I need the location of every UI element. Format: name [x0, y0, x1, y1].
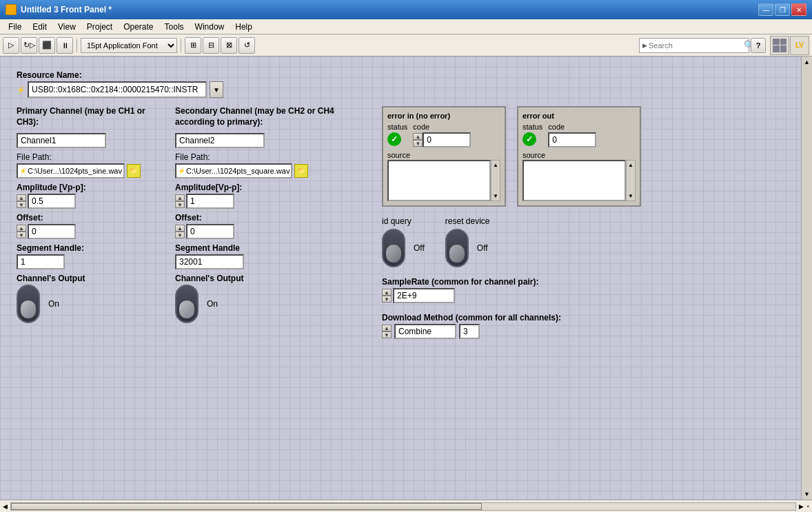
secondary-offset-up[interactable]: ▲: [175, 225, 185, 232]
id-query-toggle[interactable]: [382, 229, 405, 267]
grid-panel[interactable]: Resource Name: ⚡ USB0::0x168C::0x2184::0…: [0, 57, 801, 500]
error-in-scroll-up[interactable]: ▲: [491, 161, 500, 170]
id-query-knob: [385, 244, 402, 263]
scroll-thumb[interactable]: [11, 503, 482, 510]
error-out-scroll: ▲ ▼: [626, 160, 636, 201]
search-arrow-icon: ▶: [642, 42, 647, 49]
error-in-code-value[interactable]: 0: [423, 132, 471, 147]
sample-rate-arrows: ▲ ▼: [382, 289, 392, 303]
error-out-status-led: ✓: [522, 132, 536, 146]
labview-icon[interactable]: LV: [790, 36, 809, 55]
font-selector[interactable]: 15pt Application Font: [81, 38, 177, 53]
primary-output-toggle[interactable]: [17, 285, 40, 323]
error-in-code-up[interactable]: ▲: [413, 133, 423, 140]
primary-channel-label: Primary Channel (may be CH1 or CH3):: [17, 106, 148, 127]
resource-dropdown[interactable]: ▼: [210, 81, 223, 98]
secondary-segment-value[interactable]: 32001: [175, 254, 244, 269]
primary-amplitude-ctrl: ▲ ▼ 0.5: [17, 194, 154, 209]
pause-button[interactable]: ⏸: [57, 37, 73, 54]
secondary-amplitude-section: Amplitude[Vp-p]: ▲ ▼ 1: [175, 183, 347, 209]
menu-view[interactable]: View: [52, 21, 81, 33]
secondary-output-row: On: [175, 285, 347, 323]
primary-amplitude-value[interactable]: 0.5: [28, 194, 76, 209]
primary-file-path-input[interactable]: ⚡ C:\User...\1024pts_sine.wav: [17, 163, 125, 178]
resource-row: ⚡ USB0::0x168C::0x2184::0000215470::INST…: [17, 81, 784, 98]
secondary-file-path-input[interactable]: ⚡ C:\User...\1024pts_square.wav: [175, 163, 292, 178]
primary-amplitude-down[interactable]: ▼: [17, 201, 26, 208]
bottom-scroll-area: ◀ ▶: [3, 502, 804, 511]
download-method-value[interactable]: Combine: [394, 324, 456, 339]
primary-channel-input[interactable]: Channel1: [17, 133, 106, 148]
primary-amplitude-up[interactable]: ▲: [17, 194, 26, 201]
secondary-output-value: On: [203, 299, 218, 309]
sample-rate-up[interactable]: ▲: [382, 289, 392, 296]
search-input[interactable]: [649, 41, 744, 50]
primary-offset-down[interactable]: ▼: [17, 232, 26, 238]
secondary-output-toggle[interactable]: [175, 285, 199, 323]
secondary-amplitude-up[interactable]: ▲: [175, 194, 185, 201]
align-button[interactable]: ⊞: [185, 37, 201, 54]
abort-button[interactable]: ⬛: [39, 37, 55, 54]
download-method-down[interactable]: ▼: [382, 331, 392, 338]
panel-grid-button[interactable]: [770, 36, 789, 55]
error-out-code-value: 0: [548, 132, 596, 147]
search-box: ▶ 🔍: [639, 38, 749, 53]
secondary-output-knob: [179, 300, 195, 319]
scroll-right-arrow[interactable]: ▶: [799, 503, 804, 510]
primary-offset-up[interactable]: ▲: [17, 225, 26, 232]
scroll-up-arrow[interactable]: ▲: [802, 57, 812, 68]
download-method-up[interactable]: ▲: [382, 325, 392, 331]
sample-rate-down[interactable]: ▼: [382, 296, 392, 303]
primary-offset-value[interactable]: 0: [28, 224, 76, 239]
menu-help[interactable]: Help: [230, 21, 258, 33]
secondary-channel-input[interactable]: Channel2: [175, 133, 265, 148]
error-out-cluster: error out status ✓ code 0: [517, 106, 641, 207]
main-area: Resource Name: ⚡ USB0::0x168C::0x2184::0…: [0, 57, 812, 500]
secondary-output-label: Channel's Output: [175, 274, 347, 283]
window-title: Untitled 3 Front Panel *: [21, 5, 112, 14]
primary-segment-value[interactable]: 1: [17, 254, 65, 269]
close-button[interactable]: ✕: [791, 3, 806, 16]
secondary-offset-label: Offset:: [175, 213, 347, 223]
error-in-code-down[interactable]: ▼: [413, 140, 423, 147]
error-in-status-col: status ✓: [387, 123, 407, 146]
primary-file-browse[interactable]: 📁: [127, 164, 141, 178]
secondary-file-browse[interactable]: 📁: [294, 164, 308, 178]
resource-name-input[interactable]: USB0::0x168C::0x2184::0000215470::INSTR: [28, 81, 207, 98]
menu-edit[interactable]: Edit: [27, 21, 52, 33]
scroll-down-arrow[interactable]: ▼: [802, 489, 812, 500]
run-button[interactable]: ↻▷: [21, 37, 37, 54]
menu-project[interactable]: Project: [81, 21, 118, 33]
secondary-amplitude-arrows: ▲ ▼: [175, 194, 185, 208]
run-arrow-button[interactable]: ▷: [3, 37, 19, 54]
restore-button[interactable]: ❐: [775, 3, 790, 16]
secondary-offset-value[interactable]: 0: [186, 224, 234, 239]
error-in-scroll[interactable]: ▲ ▼: [491, 160, 500, 201]
error-in-status-label: status: [387, 123, 407, 131]
minimize-button[interactable]: —: [758, 3, 773, 16]
resize-button[interactable]: ⊠: [221, 37, 237, 54]
secondary-amplitude-down[interactable]: ▼: [175, 201, 185, 208]
menu-file[interactable]: File: [3, 21, 27, 33]
distribute-button[interactable]: ⊟: [203, 37, 219, 54]
reorder-button[interactable]: ↺: [238, 37, 255, 54]
primary-output-knob: [20, 300, 37, 319]
window-controls: — ❐ ✕: [758, 3, 806, 16]
id-query-label: id query: [382, 216, 412, 226]
secondary-offset-down[interactable]: ▼: [175, 232, 185, 238]
scroll-left-arrow[interactable]: ◀: [3, 503, 8, 510]
menu-window[interactable]: Window: [190, 21, 230, 33]
menu-operate[interactable]: Operate: [118, 21, 159, 33]
help-button[interactable]: ?: [751, 38, 766, 53]
sample-rate-value[interactable]: 2E+9: [393, 288, 455, 303]
error-in-source-value[interactable]: [387, 160, 491, 201]
reset-device-toggle[interactable]: [445, 229, 469, 267]
status-bar: ◀ ▶ ▪: [0, 500, 812, 512]
secondary-amplitude-value[interactable]: 1: [186, 194, 234, 209]
error-in-row: status ✓ code ▲ ▼: [387, 123, 500, 147]
menu-tools[interactable]: Tools: [159, 21, 190, 33]
right-scrollbar[interactable]: ▲ ▼: [801, 57, 812, 500]
error-in-scroll-down[interactable]: ▼: [491, 192, 500, 201]
horizontal-scrollbar[interactable]: [10, 502, 796, 511]
error-out-status-col: status ✓: [522, 123, 542, 146]
